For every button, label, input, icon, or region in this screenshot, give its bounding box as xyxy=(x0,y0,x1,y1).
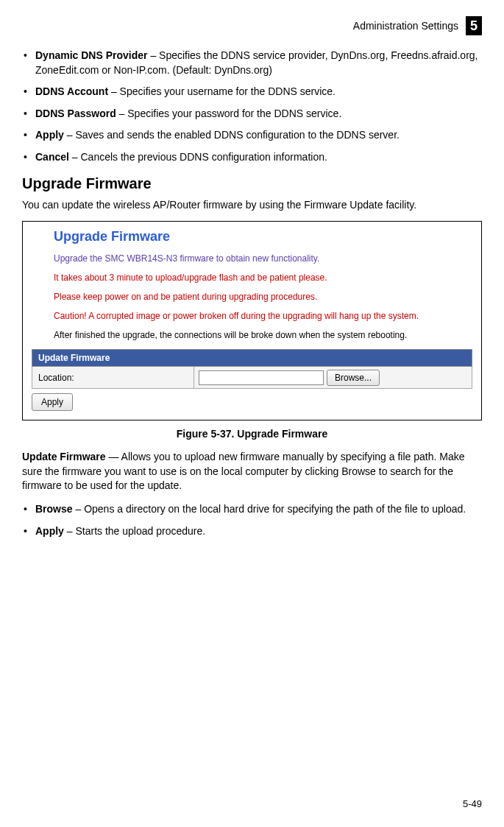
list-item: Cancel – Cancels the previous DDNS confi… xyxy=(22,150,482,165)
location-input[interactable] xyxy=(199,370,324,385)
term: Dynamic DNS Provider xyxy=(35,49,148,61)
section-heading: Upgrade Firmware xyxy=(22,175,482,192)
desc: – Specifies your username for the DDNS s… xyxy=(108,85,336,97)
desc: – Saves and sends the enabled DDNS confi… xyxy=(64,129,400,141)
figure-title: Upgrade Firmware xyxy=(54,229,472,244)
figure-screenshot: Upgrade Firmware Upgrade the SMC WBR14S-… xyxy=(22,221,482,420)
update-firmware-para: Update Firmware — Allows you to upload n… xyxy=(22,450,482,493)
update-bullet-list: Browse – Opens a directory on the local … xyxy=(22,502,482,538)
figure-line: Caution! A corrupted image or power brok… xyxy=(54,311,472,321)
location-label: Location: xyxy=(32,367,194,388)
figure-line: After finished the upgrade, the connecti… xyxy=(54,330,472,340)
page-header: Administration Settings 5 xyxy=(22,16,482,35)
update-firmware-bar: Update Firmware xyxy=(32,349,472,367)
chapter-badge: 5 xyxy=(466,16,482,35)
header-title: Administration Settings xyxy=(353,20,458,32)
term: Update Firmware xyxy=(22,451,106,462)
location-input-cell: Browse... xyxy=(194,367,472,388)
term: Apply xyxy=(35,129,64,141)
apply-row: Apply xyxy=(32,393,472,411)
figure-line: It takes about 3 minute to upload/upgrad… xyxy=(54,272,472,283)
figure-line: Please keep power on and be patient duri… xyxy=(54,292,472,302)
browse-button[interactable]: Browse... xyxy=(327,370,380,386)
term: DDNS Account xyxy=(35,85,108,97)
list-item: Dynamic DNS Provider – Specifies the DDN… xyxy=(22,49,482,77)
term: Browse xyxy=(35,503,73,515)
term: Cancel xyxy=(35,151,69,163)
desc: – Starts the upload procedure. xyxy=(64,525,205,537)
list-item: DDNS Password – Specifies your password … xyxy=(22,107,482,122)
figure-line: Upgrade the SMC WBR14S-N3 firmware to ob… xyxy=(54,253,472,264)
list-item: DDNS Account – Specifies your username f… xyxy=(22,85,482,99)
list-item: Apply – Saves and sends the enabled DDNS… xyxy=(22,128,482,143)
list-item: Browse – Opens a directory on the local … xyxy=(22,502,482,517)
apply-button[interactable]: Apply xyxy=(32,393,73,411)
term: DDNS Password xyxy=(35,108,116,119)
desc: – Opens a directory on the local hard dr… xyxy=(73,503,466,515)
term: Apply xyxy=(35,525,64,537)
section-intro: You can update the wireless AP/Router fi… xyxy=(22,198,482,213)
location-row: Location: Browse... xyxy=(32,367,472,389)
desc: – Specifies your password for the DDNS s… xyxy=(116,108,342,119)
list-item: Apply – Starts the upload procedure. xyxy=(22,524,482,539)
desc: – Cancels the previous DDNS configuratio… xyxy=(69,151,327,163)
figure-caption: Figure 5-37. Upgrade Firmware xyxy=(22,428,482,440)
ddns-bullet-list: Dynamic DNS Provider – Specifies the DDN… xyxy=(22,49,482,165)
page-number: 5-49 xyxy=(463,798,482,809)
